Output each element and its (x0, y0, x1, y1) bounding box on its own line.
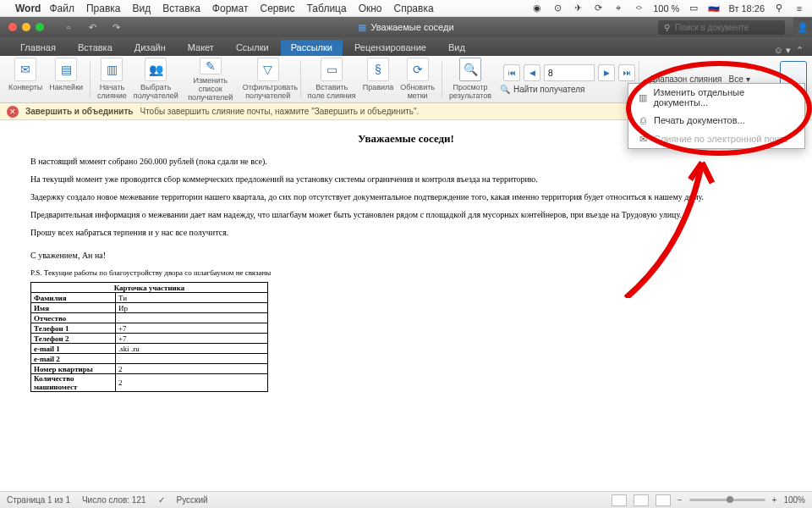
zoom-window-button[interactable] (36, 23, 44, 31)
row-value: Ир (116, 303, 268, 313)
table-row: Номер квартиры2 (31, 364, 268, 374)
zoom-level[interactable]: 100% (783, 495, 805, 505)
menu-view[interactable]: Вид (133, 3, 151, 14)
bluetooth-icon[interactable]: ⌖ (612, 3, 624, 14)
tab-layout[interactable]: Макет (178, 40, 224, 56)
printer-icon: ⎙ (637, 114, 649, 126)
minimize-window-button[interactable] (22, 23, 30, 31)
qat-redo-icon[interactable]: ↷ (107, 20, 125, 34)
viber-icon[interactable]: ◉ (531, 3, 543, 14)
row-value (116, 354, 268, 364)
menu-insert[interactable]: Вставка (162, 3, 200, 14)
tab-view[interactable]: Вид (438, 40, 475, 56)
labels-button[interactable]: ▤Наклейки (46, 58, 86, 102)
last-record-button[interactable]: ⏭ (618, 64, 635, 81)
tab-insert[interactable]: Вставка (68, 40, 123, 56)
word-count[interactable]: Число слов: 121 (82, 495, 146, 505)
insert-merge-field-button[interactable]: ▭Вставить поле слияния (304, 58, 359, 102)
row-value: Ти (116, 293, 268, 303)
doc-p2: На текущий момент уже проводится сбор ко… (30, 174, 782, 185)
row-value: +7 (116, 334, 268, 344)
app-name[interactable]: Word (15, 3, 41, 14)
sync-icon[interactable]: ⟳ (592, 3, 604, 14)
flag-icon[interactable]: 🇷🇺 (708, 3, 720, 14)
doc-p4: Предварительная информация о межевании д… (30, 209, 782, 220)
doc-p1: В настоящий момент собрано 260.000 рубле… (30, 156, 782, 167)
dropbox-icon[interactable]: ⊙ (551, 3, 563, 14)
edit-recipients-button[interactable]: ✎Изменить список получателей (182, 58, 239, 102)
tab-home[interactable]: Главная (10, 40, 66, 56)
search-input[interactable] (658, 20, 785, 35)
view-web-button[interactable] (656, 494, 671, 506)
menu-file[interactable]: Файл (49, 3, 74, 14)
close-message-icon[interactable]: ✕ (7, 106, 19, 118)
clock-text[interactable]: Вт 18:26 (728, 3, 765, 14)
row-label: Телефон 1 (31, 323, 116, 334)
doc-p5: Прошу всех набраться терпения и у нас вс… (30, 227, 782, 238)
wifi-icon[interactable]: ⌔ (633, 3, 645, 14)
document-search[interactable]: ⚲ (652, 20, 785, 35)
view-print-button[interactable] (634, 494, 649, 506)
menu-print-documents[interactable]: ⎙Печать документов... (628, 111, 804, 130)
qat-undo-icon[interactable]: ↶ (83, 20, 102, 34)
doc-ps: P.S. Текущие работы по благоустройству д… (30, 268, 782, 279)
rules-button[interactable]: §Правила (359, 58, 398, 102)
menu-help[interactable]: Справка (394, 3, 434, 14)
find-recipient-button[interactable]: Найти получателя (513, 85, 584, 94)
notification-icon[interactable]: ≡ (793, 3, 805, 14)
first-record-button[interactable]: ⏮ (503, 64, 520, 81)
battery-icon[interactable]: ▭ (688, 3, 700, 14)
tab-references[interactable]: Ссылки (226, 40, 279, 56)
collapse-ribbon-icon[interactable]: ⌃ (796, 45, 804, 56)
language-indicator[interactable]: Русский (177, 495, 208, 505)
prev-record-button[interactable]: ◀ (524, 64, 540, 81)
battery-text: 100 % (653, 3, 679, 14)
spellcheck-icon[interactable]: ✓ (158, 495, 165, 505)
preview-results-button[interactable]: 🔍Просмотр результатов (446, 58, 495, 102)
ribbon-tabs: Главная Вставка Дизайн Макет Ссылки Расс… (0, 37, 812, 56)
telegram-icon[interactable]: ✈ (572, 3, 584, 14)
statusbar: Страница 1 из 1 Число слов: 121 ✓ Русски… (0, 491, 812, 508)
row-label: Номер квартиры (31, 364, 116, 374)
table-row: Отчество (31, 313, 268, 323)
view-focus-button[interactable] (612, 494, 627, 506)
share-button[interactable]: 👤 (793, 18, 812, 36)
zoom-out-button[interactable]: − (678, 495, 683, 505)
start-merge-button[interactable]: ▥Начать слияние (94, 58, 130, 102)
spotlight-icon[interactable]: ⚲ (773, 3, 785, 14)
row-value: 2 (116, 374, 268, 392)
zoom-in-button[interactable]: + (772, 495, 777, 505)
page-indicator[interactable]: Страница 1 из 1 (7, 495, 70, 505)
window-titlebar: ▫ ↶ ↷ ▦ Уважаемые соседи ⚲ 👤 (0, 17, 812, 37)
table-row: ИмяИр (31, 303, 268, 313)
menu-service[interactable]: Сервис (260, 3, 294, 14)
menu-edit[interactable]: Правка (86, 3, 121, 14)
record-number-input[interactable] (544, 64, 595, 81)
zoom-slider[interactable] (689, 499, 765, 501)
tab-design[interactable]: Дизайн (124, 40, 176, 56)
find-recipient-icon: 🔍 (500, 85, 510, 94)
update-labels-button[interactable]: ⟳Обновить метки (397, 58, 438, 102)
envelopes-button[interactable]: ✉Конверты (5, 58, 46, 102)
close-window-button[interactable] (8, 23, 17, 31)
message-title: Завершить и объединить (25, 107, 133, 116)
doc-icon: ▦ (358, 22, 366, 33)
menu-window[interactable]: Окно (359, 3, 382, 14)
menu-format[interactable]: Формат (212, 3, 249, 14)
search-icon: ⚲ (664, 23, 670, 32)
tab-review[interactable]: Рецензирование (344, 40, 436, 56)
select-recipients-button[interactable]: 👥Выбрать получателей (130, 58, 182, 102)
next-record-button[interactable]: ▶ (598, 64, 615, 81)
qat-save-icon[interactable]: ▫ (59, 20, 78, 34)
table-row: ФамилияТи (31, 293, 268, 303)
menu-table[interactable]: Таблица (307, 3, 347, 14)
finish-merge-menu: ▥Изменить отдельные документы... ⎙Печать… (628, 83, 805, 149)
settings-icon[interactable]: ☺ ▾ (774, 45, 791, 56)
tab-mailings[interactable]: Рассылки (281, 40, 343, 56)
filter-recipients-button[interactable]: ▽Отфильтровать получателей (239, 58, 297, 102)
menu-edit-individual[interactable]: ▥Изменить отдельные документы... (628, 84, 804, 111)
row-value (116, 313, 268, 323)
row-value: 2 (116, 364, 268, 374)
document-canvas[interactable]: Уважаемые соседи! В настоящий момент соб… (0, 120, 812, 491)
doc-p3: Задержку создало новое межевание террито… (30, 191, 782, 202)
